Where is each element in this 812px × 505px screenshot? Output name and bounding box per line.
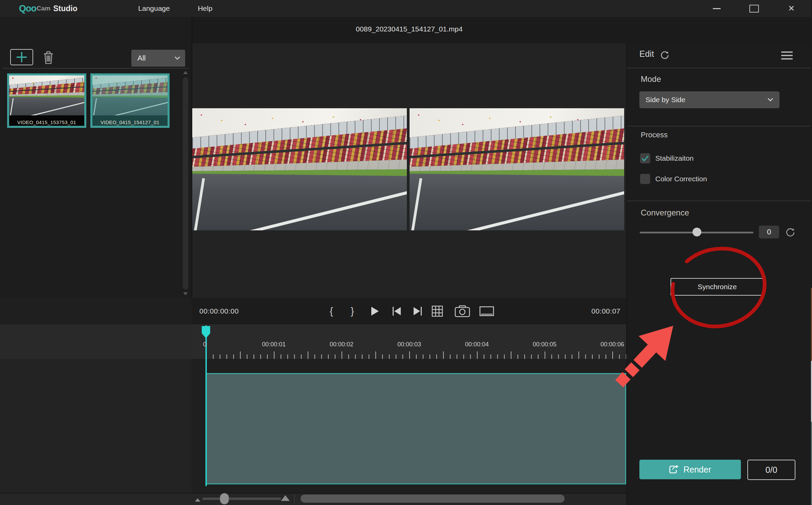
grid-overlay-button[interactable] [431,298,444,324]
duration-timecode: 00:00:07 [591,298,620,324]
convergence-value[interactable]: 0 [759,226,779,238]
timeline-track-area [192,359,626,493]
ruler-tick [497,354,498,359]
ruler-tick [355,354,356,359]
stabilization-row[interactable]: Stabilizaiton [640,153,694,163]
play-button[interactable] [368,298,382,324]
ruler-tick [599,354,599,359]
render-label: Render [683,465,711,475]
chevron-down-icon [174,56,180,60]
ruler-tick [416,354,417,359]
ruler-tick [470,354,471,359]
convergence-slider-thumb[interactable] [693,228,701,236]
ruler-tick [578,351,579,359]
next-frame-button[interactable] [411,298,424,324]
fullscreen-button[interactable] [479,298,495,324]
app-logo: QooCamStudio [19,0,78,17]
panel-menu-button[interactable] [781,51,793,60]
clip-2-selected-tint [92,75,168,126]
ruler-tick [585,354,586,359]
ruler-tick [626,354,626,359]
edit-reset-icon[interactable] [660,51,669,60]
logo-cam: Cam [37,5,50,12]
render-queue-count: 0/0 [747,460,795,480]
library-scrollbar[interactable] [183,77,188,290]
current-timecode: 00:00:00:00 [199,298,239,324]
ruler-tick [328,354,329,359]
timeline-horizontal-scrollbar[interactable] [301,495,565,503]
minimize-icon [713,8,721,9]
ruler-tick-label: 00:00:03 [389,341,430,348]
synchronize-button[interactable]: Synchronize [671,278,764,296]
library-scroll-down[interactable] [183,292,188,295]
clip-1-label: VIDEO_0415_153753_01 [9,120,84,125]
maximize-button[interactable] [744,0,764,17]
color-correction-row[interactable]: Color Correction [640,174,707,184]
ruler-tick [450,354,451,359]
library-scroll-up[interactable] [183,71,188,74]
clip-thumbnail-1[interactable]: VIDEO_0415_153753_01 [7,73,86,128]
mode-dropdown[interactable]: Side by Side [639,91,780,108]
convergence-reset-icon[interactable] [786,228,795,237]
color-correction-checkbox[interactable] [640,174,650,184]
ruler-tick [457,354,457,359]
logo-studio: Studio [53,4,78,13]
add-media-button[interactable] [10,49,33,65]
zoom-in-icon[interactable] [281,495,290,501]
trash-icon [43,51,54,64]
ruler-tick [504,354,505,359]
close-button[interactable]: ✕ [781,0,802,17]
ruler-tick [233,354,234,359]
delete-media-button[interactable] [41,50,56,65]
ruler-tick [274,351,275,359]
playhead-line[interactable] [205,325,207,486]
ruler-tick [389,354,390,359]
clip-thumbnail-2[interactable]: VIDEO_0415_154127_01 [90,73,170,128]
snapshot-button[interactable] [454,298,470,324]
ruler-tick-label: 00:00:02 [321,341,362,348]
ruler-tick [511,351,511,359]
stabilization-checkbox[interactable] [640,153,650,163]
app-window: QooCamStudio Language Help ✕ 0089_202304… [0,0,812,505]
section-divider [627,68,811,68]
timeline-clip[interactable] [206,373,626,484]
ruler-tick [287,354,288,359]
ruler-tick [558,354,559,359]
timeline-zoom-slider[interactable] [202,498,281,500]
timeline-zoom-thumb[interactable] [220,493,229,504]
menu-language[interactable]: Language [134,0,174,17]
color-correction-label: Color Correction [655,175,707,183]
clip-2-label: VIDEO_0415_154127_01 [92,120,168,125]
racetrack-scene-right [410,108,624,230]
menu-help[interactable]: Help [195,0,215,17]
ruler-tick [260,354,261,359]
clip-thumbnail-2-image: VIDEO_0415_154127_01 [92,75,168,126]
render-button[interactable]: Render [639,460,741,479]
mark-in-button[interactable]: { [326,298,336,324]
ruler-tick [436,354,437,359]
library-filter-value: All [137,54,146,63]
ruler-tick [565,354,566,359]
timeline-header-row1 [0,298,192,324]
ruler-tick [538,354,539,359]
ruler-tick [226,354,227,359]
timeline-header-row2 [0,324,192,359]
timeline-ruler[interactable]: 00:00:0100:00:0200:00:0300:00:0400:00:05… [192,324,626,359]
ruler-tick [606,354,606,359]
ruler-tick [409,351,410,359]
ruler-tick [619,354,620,359]
ruler-tick [592,354,593,359]
ruler-tick [396,354,396,359]
prev-frame-icon [393,307,394,316]
video-frame-right [410,108,624,230]
previous-frame-button[interactable] [390,298,403,324]
mark-out-button[interactable]: } [347,298,357,324]
minimize-button[interactable] [706,0,727,17]
clip-1-preview [9,75,84,115]
ruler-tick [294,354,295,359]
library-filter-dropdown[interactable]: All [131,50,185,67]
ruler-tick [551,354,552,359]
zoom-out-icon[interactable] [195,498,200,502]
ruler-tick [443,351,444,359]
ruler-tick [321,354,322,359]
